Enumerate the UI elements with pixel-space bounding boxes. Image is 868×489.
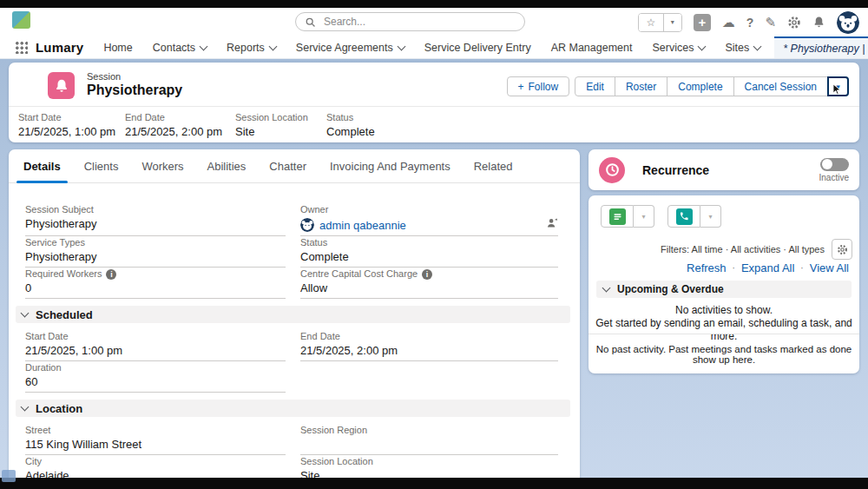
call-caret-icon[interactable]: ▾ (700, 205, 721, 228)
app-window: ☆ ▾ + ☁ ? ✎ Lumary Home Contacts Reports… (0, 0, 868, 489)
recurrence-clock-icon (599, 157, 625, 183)
user-avatar[interactable] (837, 11, 859, 34)
view-all-link[interactable]: View All (810, 261, 849, 274)
nav-label: Service Agreements (296, 42, 393, 54)
favorites-button[interactable]: ☆ ▾ (638, 13, 682, 32)
detail-tab-bar: Details Clients Workers Abilities Chatte… (9, 149, 580, 183)
action-button-group: Edit Roster Complete Cancel Session ▾ (575, 76, 849, 96)
chevron-down-icon[interactable] (602, 284, 611, 293)
roster-button[interactable]: Roster (615, 76, 667, 96)
upcoming-overdue-section[interactable]: Upcoming & Overdue (596, 281, 852, 298)
chevron-down-icon[interactable] (200, 42, 208, 50)
global-header: ☆ ▾ + ☁ ? ✎ (0, 8, 868, 36)
activity-filter-gear-button[interactable] (832, 239, 852, 260)
details-form: Session Subject Physiotherapy Owner admi… (9, 183, 563, 489)
chevron-down-icon[interactable] (753, 42, 762, 50)
recurrence-state-label: Inactive (819, 173, 849, 182)
highlight-field-end-date: End Date 21/5/2025, 2:00 pm (125, 112, 222, 139)
nav-tab-ar-management[interactable]: AR Management (551, 42, 633, 54)
activity-filters-text: Filters: All time · All activities · All… (661, 244, 825, 254)
info-icon[interactable] (106, 269, 116, 280)
chevron-down-icon[interactable] (21, 309, 30, 318)
nav-label: Reports (227, 42, 265, 54)
recurrence-toggle[interactable] (820, 158, 849, 171)
nav-tab-reports[interactable]: Reports (227, 42, 276, 54)
nav-tab-services[interactable]: Services (652, 42, 705, 54)
nav-label: Home (103, 42, 132, 54)
search-input[interactable] (322, 15, 499, 29)
activity-card: ▾ ▾ Filters: All time · All activities ·… (589, 195, 859, 373)
section-location[interactable]: Location (16, 400, 570, 417)
record-action-buttons: + Follow Edit Roster Complete Cancel Ses… (507, 76, 849, 96)
new-task-button[interactable] (601, 205, 634, 228)
past-activity-text: No past activity. Past meetings and task… (594, 344, 854, 365)
owner-link[interactable]: admin qabeannie (319, 219, 406, 232)
global-search[interactable] (295, 12, 525, 31)
task-caret-icon[interactable]: ▾ (634, 205, 654, 228)
highlight-field-start-date: Start Date 21/5/2025, 1:00 pm (18, 112, 115, 139)
trailhead-icon[interactable]: ☁ (722, 15, 735, 30)
star-icon[interactable]: ☆ (639, 14, 663, 31)
dot-separator: · (800, 263, 803, 273)
nav-tab-home[interactable]: Home (103, 42, 132, 54)
nav-tab-service-delivery-entry[interactable]: Service Delivery Entry (424, 42, 531, 54)
edit-button[interactable]: Edit (575, 76, 615, 96)
nav-label: Services (652, 42, 694, 54)
log-call-button[interactable] (667, 205, 700, 228)
chevron-down-icon[interactable] (21, 403, 30, 412)
complete-button[interactable]: Complete (667, 76, 733, 96)
cancel-session-button[interactable]: Cancel Session (733, 76, 828, 96)
field-street: Street 115 King William Street (25, 425, 286, 455)
chevron-down-icon[interactable] (698, 42, 707, 50)
tab-abilities[interactable]: Abilities (207, 160, 247, 173)
tab-related[interactable]: Related (474, 160, 513, 173)
log-call-split-button: ▾ (667, 205, 721, 228)
nav-tab-service-agreements[interactable]: Service Agreements (296, 42, 404, 54)
app-launcher-icon[interactable] (15, 41, 28, 54)
record-title: Physiotherapy (87, 83, 182, 98)
chevron-down-icon[interactable] (397, 42, 405, 50)
phone-icon (676, 208, 693, 225)
nav-tab-physiotherapy-session-active[interactable]: * Physiotherapy | Session × (774, 36, 868, 58)
tab-invoicing-and-payments[interactable]: Invoicing And Payments (330, 160, 450, 173)
field-scheduled-end-date: End Date 21/5/2025, 2:00 pm (300, 331, 558, 361)
follow-button[interactable]: + Follow (507, 76, 570, 96)
expand-all-link[interactable]: Expand All (741, 261, 794, 274)
recurrence-title: Recurrence (642, 163, 709, 177)
overlay-chip (2, 470, 16, 482)
tab-chatter[interactable]: Chatter (269, 160, 306, 173)
section-title: Upcoming & Overdue (617, 283, 724, 295)
tab-clients[interactable]: Clients (84, 160, 119, 173)
session-object-icon (48, 72, 75, 99)
gear-icon[interactable] (787, 16, 801, 30)
record-detail-card: Details Clients Workers Abilities Chatte… (9, 149, 580, 483)
nav-label: Service Delivery Entry (424, 42, 531, 54)
header-icon-row: ☆ ▾ + ☁ ? ✎ (638, 8, 859, 36)
setup-pencil-icon[interactable]: ✎ (765, 15, 776, 30)
tab-workers[interactable]: Workers (141, 160, 183, 173)
help-icon[interactable]: ? (746, 16, 754, 30)
field-scheduled-start-date: Start Date 21/5/2025, 1:00 pm (25, 331, 286, 361)
field-required-workers: Required Workers 0 (25, 268, 286, 299)
search-icon (305, 17, 316, 28)
section-title: Location (36, 402, 82, 415)
tab-details[interactable]: Details (23, 160, 61, 173)
app-name: Lumary (36, 40, 83, 55)
favorites-caret-icon[interactable]: ▾ (663, 14, 681, 31)
info-icon[interactable] (422, 269, 432, 280)
company-logo (12, 11, 30, 29)
letterbox-top (0, 0, 868, 8)
nav-tab-sites[interactable]: Sites (725, 42, 760, 54)
follow-label: Follow (529, 81, 559, 93)
global-actions-button[interactable]: + (694, 14, 711, 31)
record-object-label: Session (87, 71, 121, 82)
dot-separator: · (733, 263, 735, 273)
chevron-down-icon[interactable] (268, 42, 277, 50)
change-owner-icon[interactable] (546, 217, 558, 233)
nav-tab-contacts[interactable]: Contacts (153, 42, 207, 54)
refresh-link[interactable]: Refresh (687, 261, 727, 274)
field-centre-capital-cost-charge: Centre Capital Cost Charge Allow (300, 268, 558, 299)
section-scheduled[interactable]: Scheduled (16, 306, 570, 323)
bell-icon[interactable] (812, 16, 825, 29)
field-duration: Duration 60 (25, 362, 286, 393)
